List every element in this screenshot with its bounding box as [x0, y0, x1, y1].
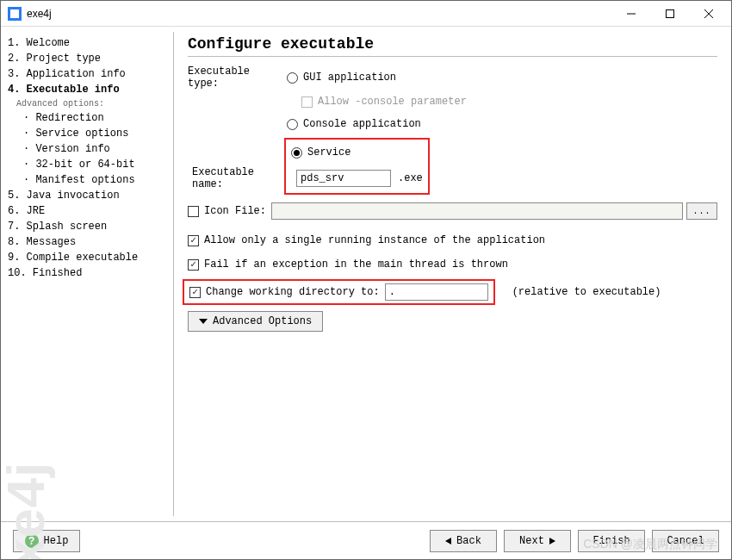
- radio-gui-application[interactable]: [287, 72, 298, 84]
- fail-exception-checkbox[interactable]: ✓: [188, 259, 199, 271]
- arrow-left-icon: [445, 538, 451, 544]
- single-instance-label: Allow only a single running instance of …: [204, 234, 545, 246]
- back-button[interactable]: Back: [430, 530, 497, 552]
- next-button[interactable]: Next: [504, 530, 571, 552]
- step-jre[interactable]: 6. JRE: [8, 203, 166, 219]
- row-exec-type: Executable type: GUI application: [188, 65, 717, 90]
- highlight-service-name: Service Executable name: .exe: [284, 138, 430, 195]
- step-project-type[interactable]: 2. Project type: [8, 51, 166, 66]
- main-area: 1. Welcome 2. Project type 3. Applicatio…: [1, 27, 731, 521]
- allow-console-checkbox[interactable]: [301, 96, 313, 108]
- window-controls: [611, 2, 728, 26]
- title-separator: [188, 56, 717, 57]
- help-icon: ?: [25, 534, 39, 548]
- arrow-right-icon: [549, 538, 555, 544]
- adv-manifest-options[interactable]: Manifest options: [8, 172, 166, 188]
- footer-bar: ? Help Back Next Finish Cancel: [1, 521, 731, 559]
- adv-service-options[interactable]: Service options: [8, 126, 166, 141]
- cancel-button[interactable]: Cancel: [652, 530, 719, 552]
- allow-console-label: Allow -console parameter: [318, 96, 467, 108]
- row-radio-console: Console application: [188, 114, 717, 134]
- change-working-dir-checkbox[interactable]: ✓: [189, 287, 201, 298]
- close-button[interactable]: [689, 2, 728, 26]
- adv-redirection[interactable]: Redirection: [8, 110, 166, 126]
- relative-to-exec-label: (relative to executable): [512, 286, 661, 298]
- exec-type-label: Executable type:: [188, 65, 287, 90]
- adv-32-64-bit[interactable]: 32-bit or 64-bit: [8, 157, 166, 172]
- maximize-button[interactable]: [650, 2, 689, 26]
- icon-file-checkbox[interactable]: [188, 206, 199, 217]
- step-executable-info[interactable]: 4. Executable info: [8, 82, 166, 97]
- titlebar: exe4j: [1, 1, 731, 27]
- icon-file-label: Icon File:: [204, 205, 266, 217]
- single-instance-checkbox[interactable]: ✓: [188, 235, 199, 246]
- step-welcome[interactable]: 1. Welcome: [8, 35, 166, 51]
- advanced-options-button-label: Advanced Options: [213, 315, 312, 327]
- step-splash-screen[interactable]: 7. Splash screen: [8, 219, 166, 234]
- row-fail-exception: ✓ Fail if an exception in the main threa…: [188, 254, 717, 275]
- row-allow-console: Allow -console parameter: [188, 91, 717, 112]
- wizard-sidebar: 1. Welcome 2. Project type 3. Applicatio…: [1, 27, 173, 521]
- finish-button[interactable]: Finish: [578, 530, 645, 552]
- page-title: Configure executable: [188, 35, 717, 53]
- exec-name-label: Executable name:: [192, 166, 291, 190]
- advanced-options-button[interactable]: Advanced Options: [188, 311, 323, 332]
- finish-button-label: Finish: [592, 535, 630, 547]
- window-title: exe4j: [27, 8, 611, 20]
- radio-gui-application-label: GUI application: [303, 72, 396, 84]
- row-single-instance: ✓ Allow only a single running instance o…: [188, 230, 717, 251]
- step-compile-executable[interactable]: 9. Compile executable: [8, 250, 166, 265]
- radio-console-application-label: Console application: [303, 118, 421, 130]
- advanced-options-header: Advanced options:: [8, 97, 166, 110]
- exec-name-input[interactable]: [296, 170, 391, 187]
- help-button[interactable]: ? Help: [13, 530, 80, 552]
- fail-exception-label: Fail if an exception in the main thread …: [204, 258, 508, 271]
- step-java-invocation[interactable]: 5. Java invocation: [8, 188, 166, 203]
- step-application-info[interactable]: 3. Application info: [8, 66, 166, 82]
- radio-console-application[interactable]: [287, 119, 298, 130]
- svg-rect-1: [666, 9, 673, 17]
- row-advanced-options: Advanced Options: [188, 311, 717, 332]
- exec-name-suffix: .exe: [398, 172, 423, 184]
- chevron-down-icon: [199, 319, 208, 324]
- row-working-dir: ✓ Change working directory to: (relative…: [188, 282, 717, 302]
- step-finished[interactable]: 10. Finished: [8, 265, 166, 281]
- next-button-label: Next: [519, 535, 544, 547]
- cancel-button-label: Cancel: [667, 535, 704, 547]
- minimize-button[interactable]: [611, 2, 650, 26]
- content-panel: Configure executable Executable type: GU…: [174, 27, 731, 521]
- change-working-dir-label: Change working directory to:: [206, 286, 380, 298]
- back-button-label: Back: [456, 535, 481, 547]
- row-exec-name: Executable name: .exe: [291, 166, 423, 190]
- radio-service-label: Service: [307, 146, 350, 159]
- app-icon: [8, 7, 22, 21]
- step-messages[interactable]: 8. Messages: [8, 234, 166, 250]
- icon-file-browse-button[interactable]: ...: [686, 202, 717, 220]
- row-radio-service: Service: [291, 142, 423, 163]
- icon-file-path-input[interactable]: [271, 202, 683, 220]
- working-dir-input[interactable]: [385, 283, 488, 301]
- row-icon-file: Icon File: ...: [188, 201, 717, 221]
- help-button-label: Help: [44, 535, 69, 547]
- highlight-working-dir: ✓ Change working directory to:: [183, 279, 495, 305]
- adv-version-info[interactable]: Version info: [8, 141, 166, 157]
- radio-service[interactable]: [291, 147, 302, 159]
